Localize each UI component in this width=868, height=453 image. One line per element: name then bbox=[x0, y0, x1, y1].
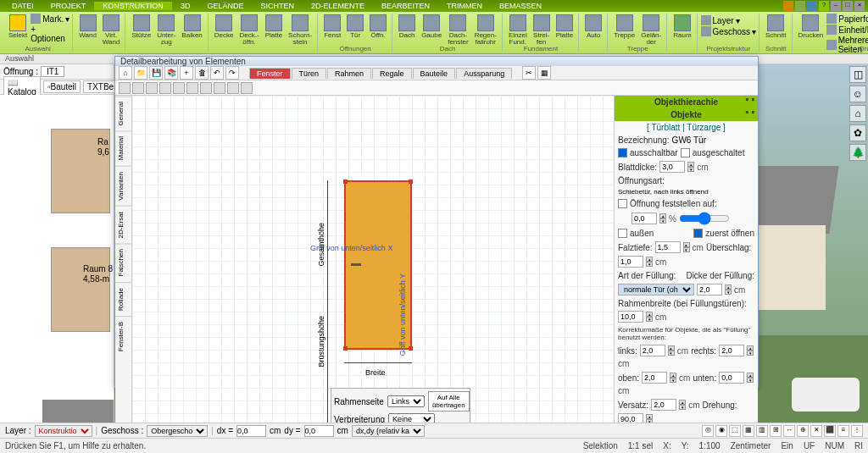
sb-i8-icon[interactable]: ⊕ bbox=[797, 425, 809, 437]
schnitt-button[interactable]: Schnitt bbox=[763, 14, 788, 40]
sb-i7-icon[interactable]: ↔ bbox=[783, 425, 795, 437]
mode-select[interactable]: dx,dy (relativ ka bbox=[352, 425, 425, 437]
dy-input[interactable] bbox=[304, 425, 334, 437]
offnungfest-check[interactable] bbox=[618, 199, 627, 208]
tab-tueren[interactable]: Türen bbox=[292, 68, 327, 79]
versatz-input[interactable] bbox=[651, 399, 676, 411]
ausgeschaltet-check[interactable] bbox=[681, 148, 690, 157]
sb3-icon[interactable] bbox=[146, 82, 158, 94]
zuerst-check[interactable] bbox=[693, 229, 703, 238]
mark-button[interactable]: Mark.▾ bbox=[31, 14, 70, 24]
sb-i12-icon[interactable]: ⋮ bbox=[851, 425, 863, 437]
deckoffn-button[interactable]: Deck.-öffn. bbox=[237, 14, 262, 47]
dickefull-input[interactable] bbox=[697, 284, 722, 296]
tab-rahmen[interactable]: Rahmen bbox=[327, 68, 371, 79]
unten-input[interactable] bbox=[719, 372, 744, 384]
treppe-button[interactable]: Treppe bbox=[611, 14, 637, 47]
vtab-material[interactable]: Material bbox=[115, 130, 131, 165]
offn-button[interactable]: Öffn. bbox=[367, 14, 389, 40]
tab-fenster[interactable]: Fenster bbox=[249, 68, 291, 79]
gelaender-button[interactable]: Gelän-der bbox=[638, 14, 664, 47]
streifen-button[interactable]: Strei-fen bbox=[531, 14, 553, 47]
sb7-icon[interactable] bbox=[200, 82, 212, 94]
sb2-icon[interactable] bbox=[132, 82, 144, 94]
selekt-button[interactable]: Selekt bbox=[6, 14, 30, 43]
dtb-save-icon[interactable]: 💾 bbox=[149, 66, 163, 80]
help-icon[interactable]: ? bbox=[819, 1, 829, 11]
vtab-2dersat[interactable]: 2D-Ersat bbox=[115, 206, 131, 244]
einzelfund-button[interactable]: Einzel Fund. bbox=[506, 14, 530, 47]
menu-bearbeiten[interactable]: BEARBEITEN bbox=[373, 2, 438, 10]
offnung-value[interactable]: IT1 bbox=[41, 66, 64, 77]
tab-bauteile[interactable]: Bauteile bbox=[413, 68, 456, 79]
menu-konstruktion[interactable]: KONSTRUKTION bbox=[94, 2, 172, 10]
sb-i6-icon[interactable]: ⊞ bbox=[770, 425, 782, 437]
blattdicke-input[interactable] bbox=[659, 161, 685, 173]
close-icon[interactable]: × bbox=[854, 1, 865, 11]
geschoss-select[interactable]: Obergescho bbox=[147, 425, 208, 437]
einheit-button[interactable]: Einheit/Maßst. bbox=[826, 25, 868, 35]
dtb-plus-icon[interactable]: + bbox=[180, 66, 193, 80]
sb-i3-icon[interactable]: ⬚ bbox=[729, 425, 741, 437]
sb5-icon[interactable] bbox=[173, 82, 185, 94]
icon2[interactable] bbox=[795, 1, 805, 11]
dtb-redo-icon[interactable]: ↷ bbox=[225, 66, 239, 80]
falztiefe-input[interactable] bbox=[655, 241, 681, 253]
sb-i5-icon[interactable]: ▥ bbox=[756, 425, 768, 437]
vtab-rollade[interactable]: Rollade bbox=[115, 282, 131, 316]
tool-leaf-icon[interactable]: ✿ bbox=[849, 124, 866, 141]
fenst-button[interactable]: Fenst bbox=[321, 14, 343, 40]
gaube-button[interactable]: Gaube bbox=[419, 14, 444, 47]
menu-bemassen[interactable]: BEMASSEN bbox=[491, 2, 550, 10]
sb6-icon[interactable] bbox=[186, 82, 198, 94]
dtb-saveall-icon[interactable]: 📚 bbox=[164, 66, 178, 80]
geschoss-dropdown[interactable]: Geschoss▾ bbox=[701, 26, 756, 36]
uberschlag-input[interactable] bbox=[618, 256, 643, 268]
virtwand-button[interactable]: Virt. Wand bbox=[100, 14, 123, 47]
tool-cube-icon[interactable]: ◫ bbox=[849, 66, 866, 83]
sb-i9-icon[interactable]: ✕ bbox=[810, 425, 822, 437]
menu-projekt[interactable]: PROJEKT bbox=[42, 2, 95, 10]
optionen-button[interactable]: + Optionen bbox=[31, 25, 70, 43]
plan-2d[interactable]: Ra 9,6 Raum 8 4,58-m bbox=[0, 95, 114, 434]
sb4-icon[interactable] bbox=[159, 82, 171, 94]
minimize-icon[interactable]: – bbox=[831, 1, 841, 11]
menu-3d[interactable]: 3D bbox=[172, 2, 199, 10]
rahmenbreite-input[interactable] bbox=[618, 311, 643, 323]
tool-tree-icon[interactable]: 🌲 bbox=[849, 144, 866, 161]
icon3[interactable] bbox=[807, 1, 817, 11]
sb1-icon[interactable] bbox=[119, 82, 131, 94]
dtb-trash-icon[interactable]: 🗑 bbox=[195, 66, 209, 80]
tab-regale[interactable]: Regale bbox=[372, 68, 412, 79]
vtab-general[interactable]: General bbox=[115, 96, 131, 130]
unterzug-button[interactable]: Unter-zug bbox=[154, 14, 178, 47]
balken-button[interactable]: Balken bbox=[179, 14, 204, 47]
dtb-undo-icon[interactable]: ↶ bbox=[210, 66, 224, 80]
oben-input[interactable] bbox=[642, 372, 667, 384]
dtb-open-icon[interactable]: 📁 bbox=[134, 66, 147, 80]
sb-i1-icon[interactable]: ◎ bbox=[702, 425, 714, 437]
rahmenseite-select[interactable]: Links bbox=[387, 395, 425, 407]
menu-2delemente[interactable]: 2D-ELEMENTE bbox=[303, 2, 373, 10]
auto-button[interactable]: Auto bbox=[582, 14, 604, 40]
tool-house-icon[interactable]: ⌂ bbox=[849, 105, 866, 122]
sb8-icon[interactable] bbox=[214, 82, 225, 94]
apply-all-button[interactable]: Auf Alle übertragen bbox=[428, 391, 470, 412]
aussen-check[interactable] bbox=[618, 229, 627, 238]
dtb-x1-icon[interactable]: ✂ bbox=[522, 66, 536, 80]
bauteil-tab[interactable]: ▫Bauteil bbox=[43, 80, 81, 93]
artfull-select[interactable]: normale Tür (ohne Füllung) bbox=[618, 284, 694, 296]
dx-input[interactable] bbox=[236, 425, 266, 437]
sb9-icon[interactable] bbox=[227, 82, 239, 94]
sb-i10-icon[interactable]: ⬛ bbox=[824, 425, 836, 437]
dachfenster-button[interactable]: Dach-fenster bbox=[445, 14, 470, 47]
sb-i11-icon[interactable]: ≡ bbox=[837, 425, 849, 437]
maximize-icon[interactable]: □ bbox=[843, 1, 853, 11]
tab-aussparung[interactable]: Aussparung bbox=[456, 68, 512, 79]
menu-datei[interactable]: DATEI bbox=[3, 2, 42, 10]
links-input[interactable] bbox=[640, 345, 665, 356]
tuer-button[interactable]: Tür bbox=[344, 14, 366, 40]
menu-trimmen[interactable]: TRIMMEN bbox=[438, 2, 491, 10]
layer-dropdown[interactable]: Layer▾ bbox=[701, 15, 756, 25]
tool-person-icon[interactable]: ☺ bbox=[849, 86, 866, 102]
